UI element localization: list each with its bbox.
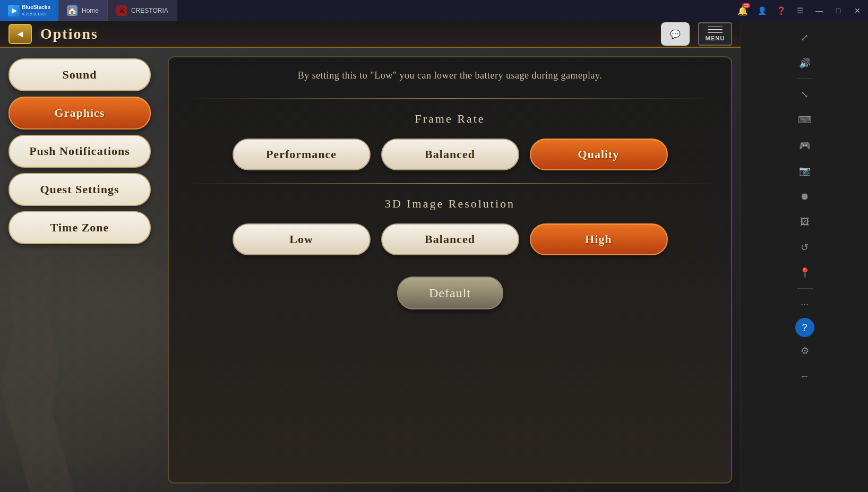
quality-btn[interactable]: Quality: [530, 139, 668, 170]
low-btn[interactable]: Low: [233, 223, 371, 255]
back-sidebar-btn[interactable]: ←: [793, 365, 817, 388]
minimize-btn[interactable]: —: [811, 2, 828, 19]
notif-count: 15: [742, 3, 750, 8]
sidebar-divider-1: [797, 79, 813, 79]
performance-btn[interactable]: Performance: [233, 139, 371, 170]
keyboard-sidebar-btn[interactable]: ⌨: [793, 108, 817, 132]
balanced-framerate-label: Balanced: [425, 148, 475, 161]
hint-text: By setting this to "Low" you can lower t…: [186, 70, 714, 85]
frame-rate-options: Performance Balanced Quality: [186, 139, 714, 170]
divider-2: [186, 183, 714, 184]
low-label: Low: [289, 232, 313, 246]
back-button[interactable]: ◄: [8, 24, 32, 44]
nav-push-label: Push Notifications: [29, 144, 130, 158]
nav-graphics[interactable]: Graphics: [8, 97, 151, 130]
crestoria-tab-icon: ⚔: [116, 5, 127, 16]
home-tab-label: Home: [82, 7, 99, 14]
sidebar-divider-2: [797, 288, 813, 289]
bluestacks-name: BlueStacks4.215.0.1019: [22, 4, 50, 17]
chat-icon: 💬: [670, 29, 681, 39]
screenshot-sidebar-btn[interactable]: 📷: [793, 159, 817, 183]
menu-bar-1: [708, 27, 723, 27]
game-topbar: ◄ Options 💬 MENU: [0, 21, 741, 48]
nav-graphics-label: Graphics: [55, 106, 105, 120]
settings-sidebar-btn[interactable]: ⚙: [793, 339, 817, 362]
refresh-sidebar-btn[interactable]: ↺: [793, 236, 817, 259]
nav-sound[interactable]: Sound: [8, 58, 151, 91]
tab-crestoria[interactable]: ⚔ CRESTORIA: [108, 0, 177, 21]
game-panel: ◄ Options 💬 MENU Sound Graphics: [0, 21, 741, 492]
location-sidebar-btn[interactable]: 📍: [793, 261, 817, 284]
settings-card: By setting this to "Low" you can lower t…: [168, 56, 732, 484]
nav-push-notifications[interactable]: Push Notifications: [8, 135, 151, 168]
gamepad-sidebar-btn[interactable]: 🎮: [793, 134, 817, 157]
content-area: Sound Graphics Push Notifications Quest …: [0, 48, 741, 492]
bluestacks-logo[interactable]: ▶ BlueStacks4.215.0.1019: [0, 0, 58, 21]
performance-label: Performance: [266, 148, 337, 161]
back-arrow-icon: ◄: [15, 29, 25, 40]
bluestacks-icon: ▶: [8, 5, 20, 16]
more-sidebar-btn[interactable]: ···: [793, 292, 817, 316]
default-btn-container: Default: [186, 277, 714, 309]
quality-label: Quality: [578, 148, 620, 161]
left-nav: Sound Graphics Push Notifications Quest …: [0, 48, 159, 492]
resolution-title: 3D Image Resolution: [186, 197, 714, 211]
default-btn-label: Default: [429, 286, 471, 300]
high-btn[interactable]: High: [530, 223, 668, 255]
home-tab-icon: 🏠: [67, 5, 78, 16]
maximize-btn[interactable]: □: [830, 2, 847, 19]
record-sidebar-btn[interactable]: ⏺: [793, 185, 817, 208]
nav-quest-settings[interactable]: Quest Settings: [8, 173, 151, 206]
main-area: ◄ Options 💬 MENU Sound Graphics: [0, 21, 868, 492]
default-button[interactable]: Default: [397, 277, 503, 309]
balanced-resolution-label: Balanced: [425, 232, 475, 246]
hamburger-btn[interactable]: ☰: [792, 2, 809, 19]
menu-bar-3: [708, 32, 723, 33]
help-titlebar-btn[interactable]: ❓: [772, 2, 789, 19]
nav-quest-label: Quest Settings: [40, 183, 119, 196]
page-title: Options: [40, 25, 98, 42]
menu-button[interactable]: MENU: [698, 22, 732, 46]
nav-sound-label: Sound: [63, 68, 97, 82]
right-sidebar: ⤢ 🔊 ⤡ ⌨ 🎮 📷 ⏺ 🖼 ↺ 📍 ··· ? ⚙ ←: [741, 21, 868, 492]
menu-bar-2: [708, 29, 723, 30]
title-bar-left: ▶ BlueStacks4.215.0.1019 🏠 Home ⚔ CRESTO…: [0, 0, 177, 21]
nav-time-zone[interactable]: Time Zone: [8, 211, 151, 244]
title-bar: ▶ BlueStacks4.215.0.1019 🏠 Home ⚔ CRESTO…: [0, 0, 868, 21]
close-btn[interactable]: ✕: [849, 2, 866, 19]
expand-sidebar-btn[interactable]: ⤢: [793, 26, 817, 49]
divider-1: [186, 98, 714, 99]
menu-label: MENU: [706, 35, 725, 41]
frame-rate-title: Frame Rate: [186, 112, 714, 126]
resolution-options: Low Balanced High: [186, 223, 714, 255]
balanced-resolution-btn[interactable]: Balanced: [381, 223, 519, 255]
nav-timezone-label: Time Zone: [50, 221, 109, 235]
volume-sidebar-btn[interactable]: 🔊: [793, 51, 817, 75]
fullscreen-sidebar-btn[interactable]: ⤡: [793, 83, 817, 106]
high-label: High: [585, 232, 612, 246]
image-sidebar-btn[interactable]: 🖼: [793, 210, 817, 234]
balanced-framerate-btn[interactable]: Balanced: [381, 139, 519, 170]
settings-panel: By setting this to "Low" you can lower t…: [159, 48, 741, 492]
account-btn[interactable]: 👤: [753, 2, 770, 19]
notification-btn[interactable]: 🔔 15: [734, 2, 751, 19]
title-bar-right: 🔔 15 👤 ❓ ☰ — □ ✕: [734, 2, 868, 19]
help-sidebar-btn[interactable]: ?: [795, 318, 814, 337]
crestoria-tab-label: CRESTORIA: [131, 7, 168, 14]
chat-button[interactable]: 💬: [661, 22, 690, 46]
tab-home[interactable]: 🏠 Home: [58, 0, 108, 21]
